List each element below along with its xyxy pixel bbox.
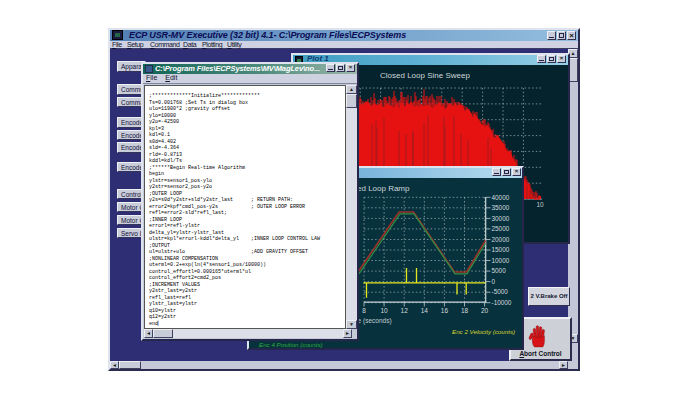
svg-text:20: 20 xyxy=(481,307,489,314)
svg-text:-10000: -10000 xyxy=(492,299,512,306)
svg-text:40000: 40000 xyxy=(492,194,510,201)
svg-text:Enc 2 Velocity (counts): Enc 2 Velocity (counts) xyxy=(452,328,515,335)
svg-text:Closed Loop Sine Sweep: Closed Loop Sine Sweep xyxy=(380,71,470,80)
svg-text:35000: 35000 xyxy=(492,204,510,211)
svg-text:14: 14 xyxy=(421,307,429,314)
svg-text:18: 18 xyxy=(461,307,469,314)
svg-text:5000: 5000 xyxy=(492,267,507,274)
svg-text:16: 16 xyxy=(441,307,449,314)
svg-text:Enc 4 Position (counts): Enc 4 Position (counts) xyxy=(259,341,323,348)
svg-text:10: 10 xyxy=(380,307,388,314)
svg-text:12: 12 xyxy=(401,307,409,314)
svg-text:30000: 30000 xyxy=(492,215,510,222)
svg-text:15000: 15000 xyxy=(492,246,510,253)
svg-text:20000: 20000 xyxy=(492,236,510,243)
svg-text:-5000: -5000 xyxy=(492,288,509,295)
svg-text:8: 8 xyxy=(362,307,366,314)
svg-text:10: 10 xyxy=(536,201,544,208)
svg-text:0: 0 xyxy=(492,278,496,285)
svg-text:25000: 25000 xyxy=(492,225,510,232)
svg-text:10000: 10000 xyxy=(492,257,510,264)
